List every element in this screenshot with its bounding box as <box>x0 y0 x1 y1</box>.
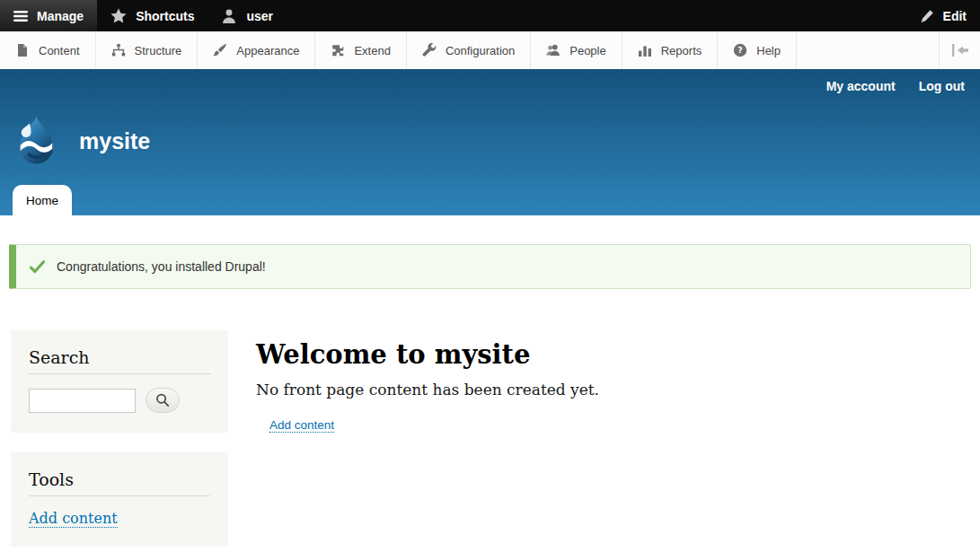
toolbar-item-label: user <box>246 9 273 23</box>
page-layout: Search Tools Add content Welcome to mysi… <box>0 330 980 552</box>
help-icon: ? <box>733 43 747 57</box>
menu-item-label: Content <box>39 44 80 57</box>
pencil-icon <box>920 9 934 23</box>
bar-chart-icon <box>638 43 652 57</box>
main-content: Welcome to mysite No front page content … <box>256 330 617 433</box>
tab-home[interactable]: Home <box>13 185 72 215</box>
hamburger-icon <box>13 9 28 23</box>
sidebar-first: Search Tools Add content <box>11 330 228 552</box>
admin-menu-bar: Content Structure Appearance Extend Conf… <box>0 31 980 69</box>
sitemap-icon <box>111 43 126 57</box>
menu-item-appearance[interactable]: Appearance <box>198 31 315 69</box>
toolbar-orientation-toggle[interactable] <box>939 31 980 69</box>
menu-item-reports[interactable]: Reports <box>622 31 719 69</box>
toolbar-item-shortcuts[interactable]: Shortcuts <box>97 0 207 31</box>
menu-item-label: Appearance <box>236 44 299 57</box>
status-message: Congratulations, you installed Drupal! <box>9 244 971 289</box>
tools-block-title: Tools <box>29 469 210 496</box>
search-input[interactable] <box>29 389 136 413</box>
status-message-text: Congratulations, you installed Drupal! <box>57 259 266 274</box>
page-title: Welcome to mysite <box>256 339 599 370</box>
my-account-link[interactable]: My account <box>826 79 896 93</box>
search-button[interactable] <box>146 388 180 413</box>
toolbar-spacer <box>287 0 906 31</box>
menu-item-label: Configuration <box>446 44 515 57</box>
toggle-vertical-icon <box>951 44 969 57</box>
toolbar-item-manage[interactable]: Manage <box>0 0 97 31</box>
menu-item-content[interactable]: Content <box>0 31 96 69</box>
people-icon <box>546 43 561 57</box>
menu-bar-spacer <box>797 31 939 69</box>
menu-item-help[interactable]: ? Help <box>718 31 797 69</box>
menu-item-label: Structure <box>135 44 182 57</box>
toolbar-item-label: Manage <box>37 9 84 23</box>
search-block-title: Search <box>29 347 210 374</box>
empty-frontpage-text: No front page content has been created y… <box>256 381 599 399</box>
site-branding[interactable]: mysite <box>11 116 150 167</box>
search-form <box>29 388 210 413</box>
toolbar-item-user[interactable]: user <box>207 0 287 31</box>
toolbar-item-label: Edit <box>943 9 967 23</box>
log-out-link[interactable]: Log out <box>919 79 965 93</box>
star-icon <box>110 8 127 24</box>
menu-item-label: Extend <box>354 44 390 57</box>
search-block: Search <box>11 330 228 433</box>
admin-toolbar: Manage Shortcuts user Edit <box>0 0 980 31</box>
paintbrush-icon <box>213 43 227 57</box>
search-icon <box>155 393 170 407</box>
node-add-links: Add content <box>269 416 599 433</box>
toolbar-item-edit[interactable]: Edit <box>906 0 980 31</box>
drupal-logo <box>11 116 62 167</box>
menu-item-label: Help <box>756 44 781 57</box>
puzzle-icon <box>331 43 345 57</box>
user-icon <box>221 8 237 24</box>
wrench-icon <box>422 43 437 57</box>
toolbar-item-label: Shortcuts <box>136 9 194 23</box>
tools-menu: Add content <box>29 510 210 527</box>
secondary-menu: My account Log out <box>826 79 965 93</box>
svg-text:?: ? <box>737 45 743 55</box>
menu-item-extend[interactable]: Extend <box>315 31 406 69</box>
menu-item-structure[interactable]: Structure <box>96 31 199 69</box>
menu-item-configuration[interactable]: Configuration <box>407 31 531 69</box>
site-name[interactable]: mysite <box>79 128 150 154</box>
tools-block: Tools Add content <box>11 452 228 547</box>
add-content-link-sidebar[interactable]: Add content <box>29 510 118 528</box>
site-header: My account Log out mysite Home <box>0 69 980 215</box>
file-icon <box>15 43 30 57</box>
menu-item-label: People <box>569 44 605 57</box>
menu-item-people[interactable]: People <box>531 31 622 69</box>
menu-item-label: Reports <box>661 44 702 57</box>
check-icon <box>30 260 45 274</box>
add-content-link-main[interactable]: Add content <box>269 418 334 433</box>
